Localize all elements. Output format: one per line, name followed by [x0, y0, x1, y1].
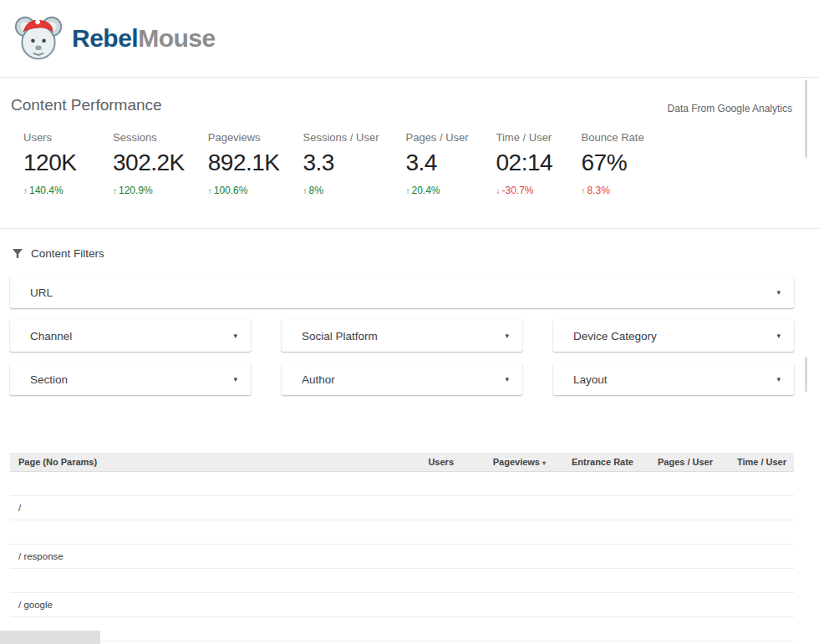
kpi-value: 67%	[582, 150, 649, 176]
filter-layout-dropdown[interactable]: Layout ▾	[553, 363, 794, 395]
scrollbar-thumb[interactable]	[805, 79, 807, 158]
kpi-label: Pageviews	[208, 131, 280, 144]
table-row[interactable]	[10, 472, 794, 496]
brand-name-rebel: Rebel	[72, 24, 138, 52]
cell-page: / google	[10, 593, 403, 617]
kpi-delta: ↑140.4%	[23, 185, 89, 196]
column-header-users[interactable]: Users	[403, 453, 461, 472]
cell-entrance-rate	[553, 496, 641, 520]
chevron-down-icon: ▾	[233, 375, 237, 383]
chevron-down-icon: ▾	[505, 332, 509, 340]
cell-users	[403, 496, 461, 520]
brand-name-mouse: Mouse	[138, 24, 216, 52]
up-arrow-icon: ↑	[208, 186, 212, 195]
filter-device-category-label: Device Category	[573, 330, 657, 342]
kpi-delta: ↑20.4%	[406, 185, 473, 196]
column-header-entrance-rate[interactable]: Entrance Rate	[553, 453, 641, 472]
cell-entrance-rate	[553, 472, 641, 496]
cell-pages-per-user	[641, 545, 720, 569]
column-header-time-per-user[interactable]: Time / User	[720, 453, 794, 472]
chevron-down-icon: ▾	[776, 332, 781, 340]
cell-pageviews	[461, 496, 553, 520]
filter-social-platform-dropdown[interactable]: Social Platform ▾	[282, 320, 522, 352]
cell-users	[403, 617, 461, 641]
cell-time-per-user	[720, 472, 794, 496]
cell-time-per-user	[720, 496, 794, 520]
table-row[interactable]: /	[10, 496, 794, 520]
filter-author-dropdown[interactable]: Author ▾	[282, 363, 522, 395]
filter-url-dropdown[interactable]: URL ▾	[10, 276, 794, 308]
cell-page	[10, 569, 403, 593]
table-row[interactable]	[10, 569, 794, 593]
bottom-left-strip	[0, 631, 100, 644]
cell-pages-per-user	[641, 520, 720, 545]
kpi-pages-per-user: Pages / User 3.4 ↑20.4%	[406, 131, 473, 196]
kpi-delta: ↑100.6%	[208, 185, 280, 196]
kpi-label: Pages / User	[406, 131, 473, 144]
column-header-pages-per-user[interactable]: Pages / User	[641, 453, 720, 472]
page-title: Content Performance	[11, 96, 162, 114]
filter-channel-label: Channel	[30, 330, 72, 342]
kpi-delta: ↓-30.7%	[496, 185, 558, 196]
filter-channel-dropdown[interactable]: Channel ▾	[10, 320, 251, 352]
kpi-value: 3.4	[406, 150, 473, 176]
chevron-down-icon: ▾	[776, 288, 781, 297]
table-header-row: Page (No Params) Users Pageviews▾ Entran…	[10, 453, 794, 472]
cell-time-per-user	[720, 617, 794, 641]
table-row[interactable]: / response	[10, 545, 794, 569]
table-row[interactable]: / google	[10, 593, 794, 617]
cell-entrance-rate	[553, 569, 641, 593]
cell-entrance-rate	[553, 545, 641, 569]
kpi-label: Users	[23, 131, 89, 144]
filter-social-platform-label: Social Platform	[302, 330, 378, 342]
cell-pageviews	[461, 617, 553, 641]
kpi-delta: ↑120.9%	[113, 185, 185, 196]
kpi-pageviews: Pageviews 892.1K ↑100.6%	[208, 131, 280, 196]
cell-time-per-user	[720, 569, 794, 593]
cell-pages-per-user	[641, 569, 720, 593]
kpi-value: 3.3	[303, 150, 383, 176]
up-arrow-icon: ↑	[23, 186, 28, 195]
table-row[interactable]	[10, 520, 794, 545]
filter-section-dropdown[interactable]: Section ▾	[10, 363, 251, 395]
column-header-page[interactable]: Page (No Params)	[10, 453, 403, 472]
cell-time-per-user	[720, 593, 794, 617]
kpi-label: Sessions	[113, 131, 185, 144]
chevron-down-icon: ▾	[505, 375, 509, 383]
filter-url-label: URL	[30, 287, 53, 299]
cell-entrance-rate	[553, 617, 641, 641]
cell-pages-per-user	[641, 617, 720, 641]
kpi-time-per-user: Time / User 02:14 ↓-30.7%	[496, 131, 558, 196]
cell-users	[403, 545, 461, 569]
filter-device-category-dropdown[interactable]: Device Category ▾	[553, 320, 794, 352]
content-filters-heading: Content Filters	[12, 247, 819, 260]
kpi-value: 120K	[23, 150, 89, 176]
cell-pages-per-user	[641, 472, 720, 496]
kpi-sessions-per-user: Sessions / User 3.3 ↑8%	[303, 131, 383, 196]
cell-users	[403, 569, 461, 593]
filter-funnel-icon	[12, 248, 23, 259]
sort-descending-icon: ▾	[542, 459, 546, 467]
kpi-sessions: Sessions 302.2K ↑120.9%	[113, 131, 185, 196]
cell-pageviews	[461, 569, 553, 593]
rebelmouse-mascot-icon	[13, 13, 64, 64]
kpi-value: 02:14	[496, 150, 558, 176]
filter-author-label: Author	[302, 373, 335, 386]
section-divider	[0, 228, 819, 229]
cell-pages-per-user	[641, 593, 720, 617]
cell-pageviews	[461, 520, 553, 545]
brand-name: RebelMouse	[72, 24, 216, 53]
kpi-value: 302.2K	[113, 150, 185, 176]
table-row[interactable]	[10, 617, 794, 641]
scrollbar-thumb[interactable]	[805, 357, 807, 392]
column-header-pageviews[interactable]: Pageviews▾	[461, 453, 553, 472]
brand-logo: RebelMouse	[13, 13, 216, 64]
up-arrow-icon: ↑	[406, 186, 410, 195]
cell-pageviews	[461, 593, 553, 617]
app-header: RebelMouse	[0, 0, 819, 78]
up-arrow-icon: ↑	[113, 186, 117, 195]
cell-time-per-user	[720, 520, 794, 545]
cell-time-per-user	[720, 545, 794, 569]
kpi-users: Users 120K ↑140.4%	[23, 131, 89, 196]
kpi-delta: ↑8%	[303, 185, 383, 196]
